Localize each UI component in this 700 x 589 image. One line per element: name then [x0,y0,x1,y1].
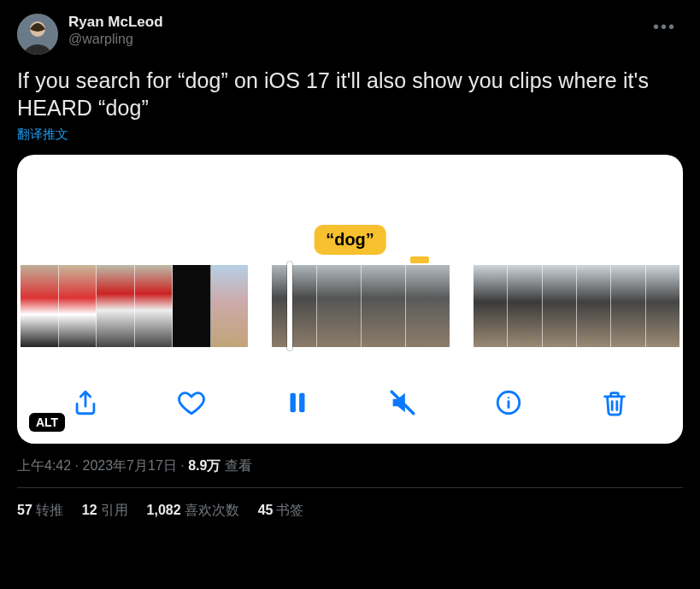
avatar[interactable] [17,14,58,55]
video-frame[interactable] [508,265,542,347]
likes-stat[interactable]: 1,082喜欢次数 [147,502,239,520]
video-frame[interactable] [97,265,135,347]
bookmarks-stat[interactable]: 45书签 [258,502,304,520]
author-display-name: Ryan McLeod [68,14,646,31]
video-frame[interactable] [272,265,316,347]
pause-icon [283,388,312,421]
video-frame[interactable] [611,265,645,347]
clip-group-2[interactable] [272,265,450,347]
tweet-date[interactable]: 2023年7月17日 [82,458,176,473]
alt-badge[interactable]: ALT [29,413,65,432]
tweet-header: Ryan McLeod @warpling ••• [17,14,683,55]
media-toolbar [17,387,683,421]
video-frame[interactable] [173,265,211,347]
tweet-time[interactable]: 上午4:42 [17,458,71,473]
video-frame[interactable] [135,265,174,347]
video-frame[interactable] [474,265,508,347]
retweets-stat[interactable]: 57转推 [17,502,63,520]
video-frame[interactable] [646,265,679,347]
video-frame[interactable] [406,265,450,347]
heart-icon [177,388,206,421]
pause-button[interactable] [280,387,315,421]
share-button[interactable] [68,387,103,421]
trash-icon [600,388,629,421]
delete-button[interactable] [597,387,632,421]
clip-group-3[interactable] [474,265,679,347]
svg-rect-3 [299,393,304,413]
like-button[interactable] [174,387,209,421]
video-frame[interactable] [59,265,97,347]
tweet-meta: 上午4:42 · 2023年7月17日 · 8.9万 查看 [17,457,683,475]
video-frame[interactable] [21,265,59,347]
views-label: 查看 [221,458,251,473]
tweet-container: Ryan McLeod @warpling ••• If you search … [0,0,700,520]
media-card[interactable]: “dog” [17,155,683,444]
quotes-stat[interactable]: 12引用 [82,502,128,520]
info-icon [494,388,523,421]
tweet-text: If you search for “dog” on iOS 17 it'll … [17,67,683,121]
video-filmstrip[interactable] [17,265,683,347]
info-button[interactable] [491,387,526,421]
video-frame[interactable] [317,265,362,347]
clip-group-1[interactable] [21,265,248,347]
playhead-marker [410,256,429,263]
playhead[interactable] [287,262,292,350]
mute-button[interactable] [385,387,420,421]
video-frame[interactable] [211,265,249,347]
video-frame[interactable] [362,265,406,347]
share-icon [71,388,100,421]
search-term-chip: “dog” [314,225,386,255]
translate-link[interactable]: 翻译推文 [17,127,68,143]
video-frame[interactable] [543,265,577,347]
views-count: 8.9万 [188,458,221,473]
svg-point-7 [508,397,509,398]
author-handle: @warpling [68,32,646,47]
more-options-button[interactable]: ••• [646,14,683,40]
tweet-stats: 57转推 12引用 1,082喜欢次数 45书签 [17,488,683,520]
speaker-muted-icon [388,388,417,421]
author-block[interactable]: Ryan McLeod @warpling [68,14,646,47]
video-frame[interactable] [577,265,611,347]
svg-rect-2 [290,393,295,413]
